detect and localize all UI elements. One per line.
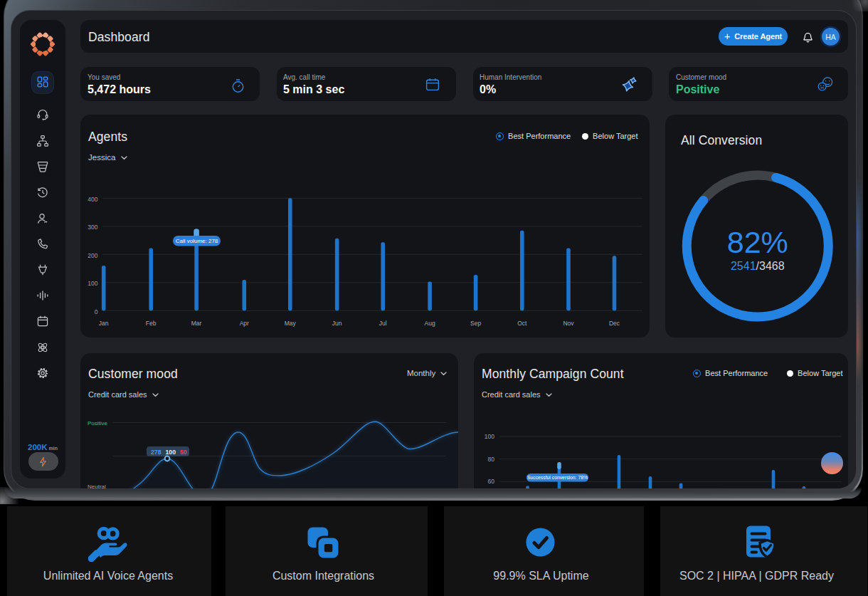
svg-text:Aug: Aug	[425, 320, 435, 327]
svg-text:300: 300	[88, 224, 97, 231]
svg-text:60: 60	[488, 478, 495, 485]
svg-text:Jan: Jan	[99, 320, 109, 327]
svg-text:400: 400	[88, 196, 97, 203]
svg-text:Positive: Positive	[88, 420, 108, 427]
svg-text:Neutral: Neutral	[88, 483, 106, 488]
svg-text:27810050: 27810050	[151, 449, 187, 456]
svg-text:Nov: Nov	[563, 320, 574, 327]
svg-text:80: 80	[488, 456, 495, 463]
svg-text:Sep: Sep	[470, 320, 481, 327]
svg-text:Mar: Mar	[191, 320, 202, 327]
svg-text:2541/3468: 2541/3468	[731, 260, 785, 272]
svg-text:Call volume: 278: Call volume: 278	[176, 238, 218, 244]
svg-text:82%: 82%	[727, 225, 788, 259]
svg-text:Dec: Dec	[609, 320, 620, 327]
svg-text:Apr: Apr	[240, 320, 249, 327]
svg-text:Feb: Feb	[146, 320, 157, 327]
svg-text:May: May	[285, 320, 297, 327]
svg-text:Jun: Jun	[332, 320, 342, 327]
svg-text:Oct: Oct	[517, 320, 527, 327]
svg-text:0: 0	[95, 308, 98, 315]
svg-text:Successful conversion: 78%: Successful conversion: 78%	[527, 475, 588, 480]
svg-text:Jul: Jul	[379, 320, 387, 327]
svg-text:100: 100	[88, 280, 97, 287]
svg-text:200: 200	[88, 252, 97, 259]
svg-text:100: 100	[485, 433, 494, 440]
